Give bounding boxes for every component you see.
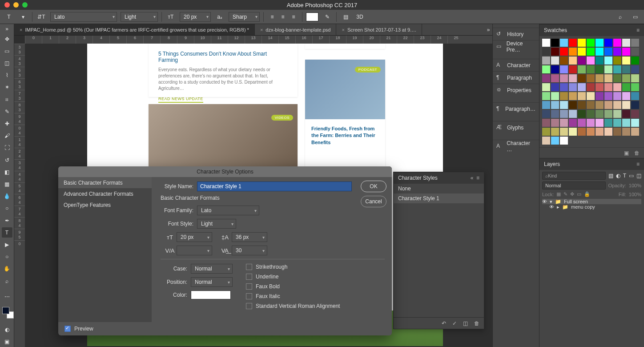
swatch[interactable] — [631, 110, 639, 118]
font-family-select[interactable]: Lato — [50, 12, 117, 22]
fill-value[interactable]: 100% — [629, 192, 641, 197]
swatch[interactable] — [596, 74, 604, 82]
layer-row[interactable]: 👁▾📁Full screen — [542, 199, 641, 204]
font-size-input[interactable]: 20 px — [177, 232, 212, 242]
character-styles-panel-button[interactable]: ACharacter … — [493, 140, 539, 152]
swatch[interactable] — [587, 83, 595, 91]
shape-tool[interactable]: ○ — [2, 252, 12, 262]
paragraph-styles-panel-button[interactable]: ¶Paragraph… — [493, 102, 539, 115]
panel-menu-icon[interactable]: ≡ — [476, 175, 479, 181]
layer-filter-search[interactable]: ⌕ Kind — [542, 172, 606, 180]
sidebar-item-basic[interactable]: Basic Character Formats — [58, 177, 152, 188]
quick-mask-icon[interactable]: ◐ — [2, 325, 12, 335]
type-tool[interactable]: T — [2, 227, 12, 238]
device-preview-panel-button[interactable]: ▭Device Pre… — [493, 40, 539, 52]
swatch[interactable] — [578, 39, 586, 47]
swatch[interactable] — [587, 48, 595, 56]
swatch[interactable] — [604, 65, 612, 73]
swatch[interactable] — [596, 92, 604, 100]
swatch[interactable] — [622, 48, 630, 56]
tracking-input[interactable]: 30 — [232, 246, 267, 255]
eyedropper-tool[interactable]: ✎ — [2, 106, 12, 117]
tool-preset-icon[interactable]: T — [4, 12, 14, 22]
swatch[interactable] — [560, 39, 568, 47]
swatch[interactable] — [542, 137, 550, 145]
swatch[interactable] — [569, 48, 577, 56]
swatch[interactable] — [551, 119, 559, 127]
search-icon[interactable]: ⌕ — [615, 12, 625, 22]
swatch[interactable] — [551, 101, 559, 109]
opacity-value[interactable]: 100% — [629, 183, 641, 188]
swatch[interactable] — [578, 65, 586, 73]
pen-tool[interactable]: ✒ — [2, 215, 12, 226]
filter-pixel-icon[interactable]: ▧ — [608, 173, 613, 179]
warp-text-icon[interactable]: ✎ — [322, 12, 333, 22]
swatch[interactable] — [596, 101, 604, 109]
swatch[interactable] — [587, 92, 595, 100]
filter-shape-icon[interactable]: ▭ — [629, 173, 634, 179]
swatch[interactable] — [560, 110, 568, 118]
filter-type-icon[interactable]: T — [623, 173, 626, 179]
properties-panel-button[interactable]: ⛭Properties — [493, 84, 539, 96]
swatch[interactable] — [569, 92, 577, 100]
swatch[interactable] — [578, 128, 586, 136]
swatch[interactable] — [569, 74, 577, 82]
swatch[interactable] — [622, 101, 630, 109]
swatch[interactable] — [596, 128, 604, 136]
swatch[interactable] — [560, 101, 568, 109]
blend-mode-select[interactable]: Normal — [542, 182, 606, 190]
document-tab[interactable]: ×dzx-blog-banner-template.psd — [255, 24, 337, 35]
swatch[interactable] — [551, 137, 559, 145]
sidebar-item-opentype[interactable]: OpenType Features — [58, 199, 152, 210]
screen-mode-icon[interactable]: ▣ — [2, 337, 12, 347]
document-tab[interactable]: ×Screen Shot 2017-07-13 at 9.… — [336, 24, 422, 35]
text-color-swatch[interactable] — [306, 12, 318, 21]
color-swatch[interactable] — [191, 291, 231, 299]
brush-tool[interactable]: 🖌 — [2, 131, 12, 141]
align-right-button[interactable]: ≡ — [289, 12, 298, 21]
lock-artboard-icon[interactable]: ▭ — [577, 191, 581, 197]
visibility-icon[interactable]: 👁 — [549, 204, 554, 210]
layer-row[interactable]: 👁▸📁menu copy — [542, 204, 641, 210]
swatch[interactable] — [560, 74, 568, 82]
swatch[interactable] — [613, 92, 621, 100]
underline-checkbox[interactable]: Underline — [246, 274, 340, 280]
swatch[interactable] — [613, 65, 621, 73]
expand-icon[interactable]: ▸ — [557, 204, 559, 210]
font-style-select[interactable]: Light — [197, 219, 236, 229]
swatch[interactable] — [587, 56, 595, 65]
swatch[interactable] — [622, 39, 630, 47]
swatch[interactable] — [596, 110, 604, 118]
position-select[interactable]: Normal — [191, 277, 233, 287]
swatch[interactable] — [622, 83, 630, 91]
font-style-select[interactable]: Light — [121, 12, 158, 22]
leading-input[interactable]: 36 px — [232, 232, 267, 242]
swatch[interactable] — [622, 56, 630, 65]
lock-position-icon[interactable]: ✥ — [570, 191, 574, 197]
new-style-icon[interactable]: ◫ — [463, 320, 468, 327]
swatch[interactable] — [613, 56, 621, 65]
swatch[interactable] — [631, 119, 639, 127]
swatch[interactable] — [542, 83, 550, 91]
swatch[interactable] — [569, 110, 577, 118]
artboard-tool[interactable]: ▭ — [2, 46, 12, 56]
blur-tool[interactable]: 💧 — [2, 191, 12, 202]
swatch[interactable] — [578, 74, 586, 82]
swatch[interactable] — [551, 110, 559, 118]
swatch[interactable] — [551, 39, 559, 47]
swatch[interactable] — [631, 92, 639, 100]
3d-icon[interactable]: 3D — [354, 12, 365, 22]
swatch[interactable] — [578, 119, 586, 127]
swatch[interactable] — [622, 65, 630, 73]
character-style-item[interactable]: Character Style 1 — [394, 194, 484, 203]
swatch[interactable] — [596, 39, 604, 47]
swatch[interactable] — [613, 119, 621, 127]
swatch[interactable] — [578, 101, 586, 109]
swatch[interactable] — [604, 110, 612, 118]
swatch[interactable] — [560, 48, 568, 56]
swatch[interactable] — [596, 56, 604, 65]
magic-wand-tool[interactable]: ✶ — [2, 82, 12, 93]
swatch[interactable] — [604, 119, 612, 127]
expand-icon[interactable]: ▾ — [550, 199, 552, 204]
close-tab-icon[interactable]: × — [260, 27, 263, 32]
